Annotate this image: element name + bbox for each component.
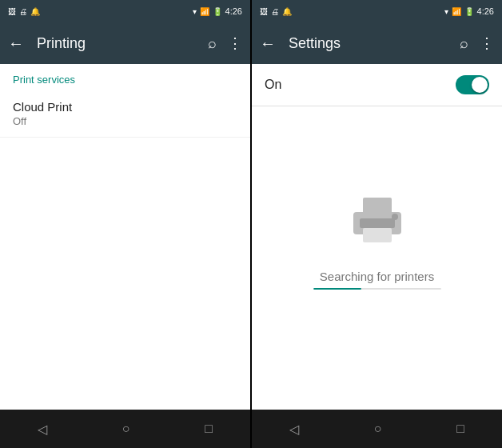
on-toggle[interactable] <box>456 75 489 94</box>
svg-rect-2 <box>360 218 395 228</box>
searching-text: Searching for printers <box>320 270 434 283</box>
left-home-nav-button[interactable]: ○ <box>106 415 146 442</box>
on-off-settings-row: On <box>252 64 502 106</box>
svg-point-4 <box>392 214 398 220</box>
print-services-header: Print services <box>0 64 250 90</box>
on-label: On <box>265 78 281 92</box>
left-nav-bar: ◁ ○ □ <box>0 410 250 448</box>
left-recents-nav-button[interactable]: □ <box>189 415 229 442</box>
left-search-button[interactable]: ⌕ <box>208 36 217 50</box>
left-back-nav-button[interactable]: ◁ <box>22 415 63 443</box>
right-status-bar: 🖼 🖨 🔔 ▾ 📶 🔋 4:26 <box>252 0 502 22</box>
left-status-bar-right: ▾ 📶 🔋 4:26 <box>193 6 242 16</box>
battery-icon: 🔋 <box>213 7 222 16</box>
cloud-print-list-item[interactable]: Cloud Print Off <box>0 90 250 138</box>
right-app-bar-title: Settings <box>289 35 460 52</box>
right-nav-bar: ◁ ○ □ <box>252 410 502 448</box>
cloud-print-status: Off <box>13 115 237 127</box>
right-time: 4:26 <box>477 6 494 16</box>
right-search-button[interactable]: ⌕ <box>460 36 468 50</box>
printer-icon-container <box>345 194 409 254</box>
right-status-bar-right: ▾ 📶 🔋 4:26 <box>444 6 494 16</box>
right-app-bar-actions: ⌕ ⋮ <box>460 36 494 50</box>
left-back-button[interactable]: ← <box>8 35 24 51</box>
right-recents-nav-button[interactable]: □ <box>440 415 480 442</box>
right-back-nav-button[interactable]: ◁ <box>273 415 315 443</box>
print-icon-status: 🖨 <box>19 7 27 16</box>
left-app-bar-actions: ⌕ ⋮ <box>208 36 242 50</box>
notification-icon: 🔔 <box>30 7 40 16</box>
left-app-bar: ← Printing ⌕ ⋮ <box>0 22 250 64</box>
left-phone-screen: 🖼 🖨 🔔 ▾ 📶 🔋 4:26 ← Printing ⌕ ⋮ Print se… <box>0 0 250 448</box>
img-icon: 🖼 <box>8 7 16 16</box>
left-app-bar-title: Printing <box>37 35 208 52</box>
right-wifi-icon: ▾ <box>444 7 448 16</box>
left-time: 4:26 <box>225 6 242 16</box>
progress-bar <box>313 288 441 290</box>
svg-rect-3 <box>363 228 392 242</box>
right-status-bar-left: 🖼 🖨 🔔 <box>260 7 292 16</box>
right-print-icon-status: 🖨 <box>271 7 279 16</box>
right-img-icon: 🖼 <box>260 7 268 16</box>
printer-icon <box>345 194 409 250</box>
left-more-button[interactable]: ⋮ <box>228 36 242 50</box>
left-status-bar: 🖼 🖨 🔔 ▾ 📶 🔋 4:26 <box>0 0 250 22</box>
search-printers-area: Searching for printers <box>252 106 502 410</box>
cloud-print-title: Cloud Print <box>13 100 237 114</box>
right-battery-icon: 🔋 <box>464 7 474 16</box>
wifi-icon: ▾ <box>193 7 197 16</box>
right-home-nav-button[interactable]: ○ <box>358 415 398 442</box>
right-more-button[interactable]: ⋮ <box>480 36 494 50</box>
right-signal-icon: 📶 <box>452 7 461 16</box>
toggle-knob <box>472 77 488 93</box>
right-phone-screen: 🖼 🖨 🔔 ▾ 📶 🔋 4:26 ← Settings ⌕ ⋮ On <box>252 0 502 448</box>
right-back-button[interactable]: ← <box>260 35 276 51</box>
signal-icon: 📶 <box>200 7 209 16</box>
right-app-bar: ← Settings ⌕ ⋮ <box>252 22 502 64</box>
left-content: Print services Cloud Print Off <box>0 64 250 410</box>
left-status-bar-left: 🖼 🖨 🔔 <box>8 7 40 16</box>
progress-fill <box>313 288 361 290</box>
right-notification-icon: 🔔 <box>282 7 292 16</box>
